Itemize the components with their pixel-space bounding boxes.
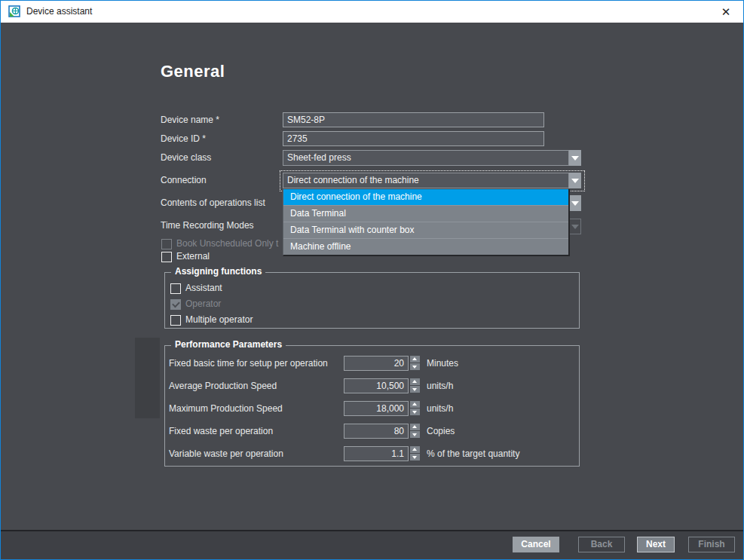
- titlebar: Device assistant ✕: [1, 1, 743, 23]
- device-class-label: Device class: [161, 151, 211, 165]
- page-title: General: [161, 62, 225, 81]
- connection-label: Connection: [161, 173, 207, 188]
- connection-dropdown-list: Direct connection of the machine Data Te…: [283, 189, 570, 256]
- connection-focus-ring: [280, 170, 585, 191]
- multiple-operator-checkbox[interactable]: [170, 315, 181, 326]
- fixed-waste-input[interactable]: [344, 424, 409, 439]
- back-button: Back: [578, 537, 625, 552]
- spin-up-icon[interactable]: [410, 378, 420, 385]
- dropdown-option-data-terminal-counter-box[interactable]: Data Terminal with counter box: [283, 222, 568, 238]
- book-unscheduled-checkbox: [161, 239, 172, 249]
- variable-waste-unit: % of the target quantity: [427, 446, 519, 461]
- maximum-production-speed-input[interactable]: [344, 401, 409, 416]
- window-title: Device assistant: [26, 1, 92, 23]
- fixed-waste-stepper: [410, 424, 420, 439]
- footer: Cancel Back Next Finish: [1, 531, 743, 559]
- maximum-production-speed-stepper: [410, 401, 420, 416]
- fixed-basic-time-unit: Minutes: [427, 356, 458, 371]
- spin-up-icon[interactable]: [410, 446, 420, 453]
- shadow-artifact: [135, 338, 160, 418]
- variable-waste-label: Variable waste per operation: [169, 446, 283, 461]
- variable-waste-stepper: [410, 446, 420, 461]
- contents-of-operations-list-dropdown-arrow-icon[interactable]: [569, 195, 581, 211]
- dropdown-option-data-terminal[interactable]: Data Terminal: [283, 205, 568, 222]
- next-button[interactable]: Next: [637, 537, 675, 552]
- fixed-basic-time-input[interactable]: [344, 356, 409, 371]
- multiple-operator-label: Multiple operator: [185, 314, 253, 325]
- contents-of-operations-list-label: Contents of operations list: [161, 196, 265, 210]
- device-name-input[interactable]: [283, 112, 544, 127]
- assigning-functions-groupbox: Assigning functions Assistant Operator M…: [164, 272, 580, 329]
- device-class-combobox[interactable]: Sheet-fed press: [283, 150, 569, 166]
- dropdown-option-machine-offline[interactable]: Machine offline: [283, 238, 568, 255]
- spin-down-icon[interactable]: [410, 363, 420, 370]
- fixed-waste-label: Fixed waste per operation: [169, 424, 273, 439]
- close-icon[interactable]: ✕: [713, 1, 739, 23]
- average-production-speed-input[interactable]: [344, 378, 409, 393]
- fixed-waste-unit: Copies: [427, 424, 455, 439]
- performance-parameters-legend: Performance Parameters: [171, 339, 286, 350]
- finish-button: Finish: [688, 537, 735, 552]
- assigning-functions-legend: Assigning functions: [171, 266, 265, 277]
- operator-label: Operator: [185, 298, 221, 309]
- device-id-input[interactable]: [283, 131, 544, 146]
- time-recording-modes-label: Time Recording Modes: [161, 219, 254, 233]
- spin-up-icon[interactable]: [410, 401, 420, 408]
- external-label: External: [176, 251, 210, 262]
- device-assistant-app-icon: [8, 5, 21, 18]
- external-checkbox[interactable]: [161, 252, 172, 262]
- variable-waste-input[interactable]: [344, 446, 409, 461]
- fixed-basic-time-stepper: [410, 356, 420, 371]
- maximum-production-speed-label: Maximum Production Speed: [169, 401, 283, 416]
- device-name-label: Device name *: [161, 113, 219, 127]
- average-production-speed-unit: units/h: [427, 378, 453, 393]
- time-recording-modes-dropdown-arrow-icon: [569, 219, 581, 234]
- book-unscheduled-label: Book Unscheduled Only t: [176, 238, 278, 249]
- average-production-speed-label: Average Production Speed: [169, 378, 277, 393]
- spin-down-icon[interactable]: [410, 386, 420, 393]
- assistant-checkbox[interactable]: [170, 283, 181, 294]
- spin-up-icon[interactable]: [410, 424, 420, 430]
- spin-down-icon[interactable]: [410, 431, 420, 438]
- spin-up-icon[interactable]: [410, 356, 420, 363]
- spin-down-icon[interactable]: [410, 454, 420, 461]
- device-id-label: Device ID *: [161, 132, 206, 146]
- performance-parameters-groupbox: Performance Parameters Fixed basic time …: [164, 345, 580, 467]
- spin-down-icon[interactable]: [410, 409, 420, 415]
- assistant-label: Assistant: [185, 283, 222, 293]
- maximum-production-speed-unit: units/h: [427, 401, 453, 416]
- fixed-basic-time-label: Fixed basic time for setup per operation: [169, 356, 328, 371]
- average-production-speed-stepper: [410, 378, 420, 393]
- cancel-button[interactable]: Cancel: [513, 537, 559, 552]
- dropdown-option-direct-connection[interactable]: Direct connection of the machine: [283, 189, 568, 205]
- device-class-dropdown-arrow-icon[interactable]: [569, 150, 581, 166]
- operator-checkbox: [170, 299, 181, 310]
